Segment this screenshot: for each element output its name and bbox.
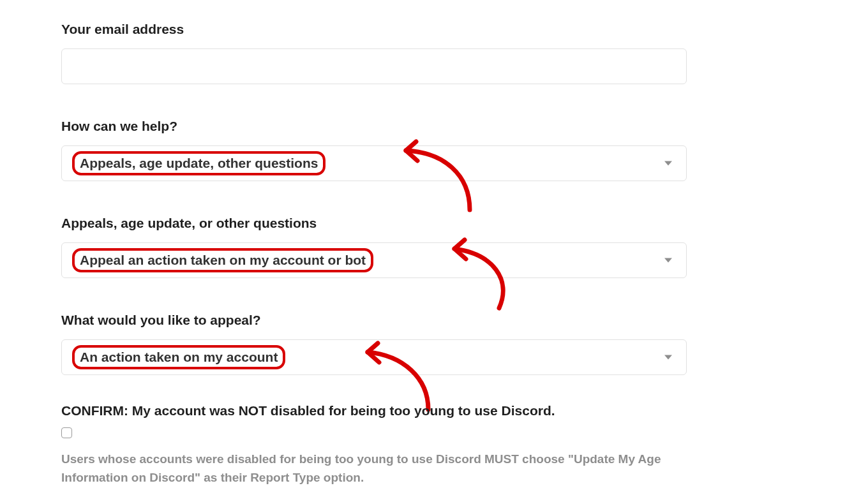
confirm-label: CONFIRM: My account was NOT disabled for… [61,403,685,418]
appeals-label: Appeals, age update, or other questions [61,216,685,231]
confirm-checkbox[interactable] [61,427,72,438]
appeals-select[interactable]: Appeal an action taken on my account or … [61,242,687,278]
appeals-field-group: Appeals, age update, or other questions … [61,216,685,278]
appeal-what-field-group: What would you like to appeal? An action… [61,313,685,375]
chevron-down-icon [664,161,672,166]
chevron-down-icon [664,355,672,360]
how-help-label: How can we help? [61,119,685,134]
email-label: Your email address [61,22,685,37]
how-help-field-group: How can we help? Appeals, age update, ot… [61,119,685,181]
appeals-selected-value: Appeal an action taken on my account or … [72,248,373,272]
confirm-help-text: Users whose accounts were disabled for b… [61,450,674,487]
confirm-checkbox-wrap [61,427,685,441]
how-help-select[interactable]: Appeals, age update, other questions [61,145,687,181]
appeal-what-selected-value: An action taken on my account [72,345,285,369]
confirm-field-group: CONFIRM: My account was NOT disabled for… [61,403,685,487]
chevron-down-icon [664,258,672,263]
appeal-what-label: What would you like to appeal? [61,313,685,328]
how-help-selected-value: Appeals, age update, other questions [72,151,326,175]
support-form: Your email address How can we help? Appe… [0,0,747,487]
email-input[interactable] [61,48,687,84]
appeal-what-select[interactable]: An action taken on my account [61,339,687,375]
email-field-group: Your email address [61,22,685,84]
